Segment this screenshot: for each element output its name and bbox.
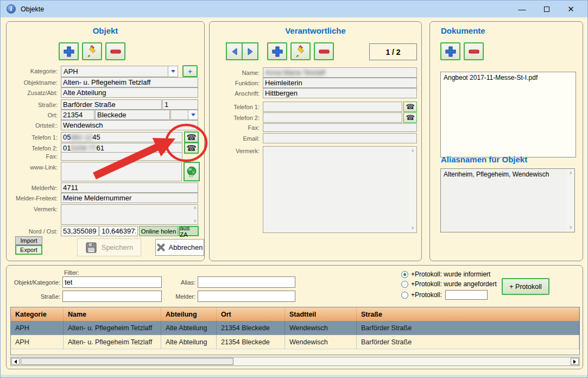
ost-input[interactable] [99,226,138,236]
dokument-delete-button[interactable] [464,42,484,60]
meldernr-input[interactable] [61,182,198,193]
objekt-edit-button[interactable] [82,42,102,60]
cell-abteilung[interactable]: Alte Abteilung [161,321,217,335]
minimize-button[interactable]: — [510,1,534,17]
verantwortliche-add-button[interactable] [267,42,287,60]
online-holen-button[interactable]: Online holen [139,226,178,236]
scroll-down-icon[interactable]: ∨ [411,226,414,230]
plz-input[interactable] [61,110,94,120]
aliasnamen-list[interactable]: Altenheim, Pflegeheim, Wendewisch ∧ ∨ [440,168,575,232]
fax-input[interactable] [61,152,182,161]
scrollbar-thumb[interactable] [21,358,233,365]
verantwortliche-delete-button[interactable] [314,42,334,60]
speichern-button[interactable]: Speichern [77,238,141,256]
kategorie-dropdown-arrow[interactable] [168,66,178,77]
protokoll-informiert-radio[interactable] [401,271,408,278]
v-fax-input[interactable] [263,123,417,132]
telefon1-visible-start: 05 [63,133,71,141]
aus-za-button[interactable]: aus ZA [179,226,199,236]
col-header-name[interactable]: Name [64,307,161,321]
close-button[interactable]: ✕ [559,1,583,17]
objektname-input[interactable] [61,77,198,87]
kategorie-select[interactable]: APH [61,66,178,77]
next-record-button[interactable] [242,42,258,60]
cell-kategorie[interactable]: APH [11,335,64,349]
scroll-up-icon[interactable]: ∧ [411,149,414,153]
table-horizontal-scrollbar[interactable] [10,357,580,366]
col-header-ort[interactable]: Ort [217,307,285,321]
pencil-icon [294,45,307,58]
dokumente-list[interactable]: Angbeot 2017-11-Messe-St-I.pdf [440,72,576,158]
protokoll-angefordert-radio[interactable] [401,281,408,288]
alias-list-item[interactable]: Altenheim, Pflegeheim, Wendewisch [444,171,572,178]
add-protokoll-button[interactable]: + Protokoll [502,278,549,295]
scroll-right-button[interactable] [571,358,579,365]
www-open-button[interactable] [184,162,200,181]
kategorie-add-button[interactable]: + [182,65,198,77]
melder-freitext-input[interactable] [61,193,198,203]
col-header-abteilung[interactable]: Abteilung [161,307,217,321]
cell-kategorie[interactable]: APH [11,321,64,335]
vermerk-input[interactable]: ∧ ∨ [61,204,198,225]
ortsteil-input[interactable] [61,120,198,130]
cell-strasse[interactable]: Barförder Straße [357,321,579,335]
maximize-button[interactable] [534,1,559,17]
cell-name[interactable]: Alten- u. Pflegeheim Tetzlaff [64,335,161,349]
v-telefon2-dial-button[interactable]: ☎ [403,112,417,123]
abbrechen-button[interactable]: Abbrechen [155,239,204,256]
col-header-kategorie[interactable]: Kategorie [11,307,64,321]
v-email-input[interactable] [263,133,417,143]
v-vermerk-input[interactable]: ∧ ∨ [263,146,417,233]
col-header-stadtteil[interactable]: Stadtteil [285,307,357,321]
export-button[interactable]: Export [15,245,42,255]
nord-input[interactable] [61,226,99,236]
table-row-selected[interactable]: APH Alten- u. Pflegeheim Tetzlaff Alte A… [11,321,579,335]
cell-stadtteil[interactable]: Wendewisch [285,321,357,335]
alias-scrollbar[interactable]: ∧ ∨ [566,169,574,231]
protokoll-custom-input[interactable] [445,290,488,300]
verantwortliche-edit-button[interactable] [290,42,311,60]
www-link-input[interactable] [61,162,182,181]
telefon1-dial-button[interactable]: ☎ [184,131,199,143]
scroll-down-icon[interactable]: ∨ [569,225,572,230]
dokument-list-item[interactable]: Angbeot 2017-11-Messe-St-I.pdf [444,74,573,81]
objekt-kategorie-filter-input[interactable] [62,276,162,288]
v-telefon1-dial-button[interactable]: ☎ [403,102,417,112]
zusatz-input[interactable] [61,87,198,98]
cell-stadtteil[interactable]: Wendewisch [285,335,357,349]
scroll-left-button[interactable] [11,358,20,365]
cell-ort[interactable]: 21354 Bleckede [217,321,285,335]
v-telefon1-input[interactable] [263,102,402,112]
anschrift-input[interactable] [263,88,417,98]
scroll-down-icon[interactable]: ∨ [193,219,197,223]
hausnummer-input[interactable] [162,99,198,110]
protokoll-custom-radio[interactable] [401,292,408,299]
strasse-filter-input[interactable] [62,291,162,302]
telefon1-input[interactable]: 05881 1245 [61,132,182,142]
strasse-input[interactable] [61,99,162,110]
arrow-left-icon [231,48,238,55]
objekt-add-button[interactable] [59,42,79,60]
prev-record-button[interactable] [226,42,243,60]
cell-name[interactable]: Alten- u. Pflegeheim Tetzlaff [64,321,161,335]
col-header-strasse[interactable]: Straße [357,307,579,321]
ort-dropdown-arrow[interactable] [188,110,198,119]
name-input[interactable]: Anna Maria Tetzlaff [263,67,417,78]
v-telefon2-input[interactable] [263,112,402,123]
melder-filter-input[interactable] [198,291,295,302]
dokument-add-button[interactable] [440,42,460,60]
ort-select[interactable] [170,110,198,120]
cell-abteilung[interactable]: Alte Abteilung [161,335,217,349]
alias-filter-input[interactable] [198,276,295,288]
funktion-input[interactable] [263,78,417,88]
scroll-up-icon[interactable]: ∧ [569,171,572,175]
import-button[interactable]: Import [15,236,42,245]
cell-strasse[interactable]: Barförder Straße [357,335,579,349]
ort-input[interactable] [95,110,170,120]
vermerk-scrollbar[interactable]: ∧ ∨ [408,147,416,232]
objekt-delete-button[interactable] [105,42,125,60]
table-row[interactable]: APH Alten- u. Pflegeheim Tetzlaff Alte A… [11,335,579,349]
cell-ort[interactable]: 21354 Bleckede [217,335,285,349]
scroll-up-icon[interactable]: ∧ [193,206,197,210]
plus-icon [62,45,75,58]
